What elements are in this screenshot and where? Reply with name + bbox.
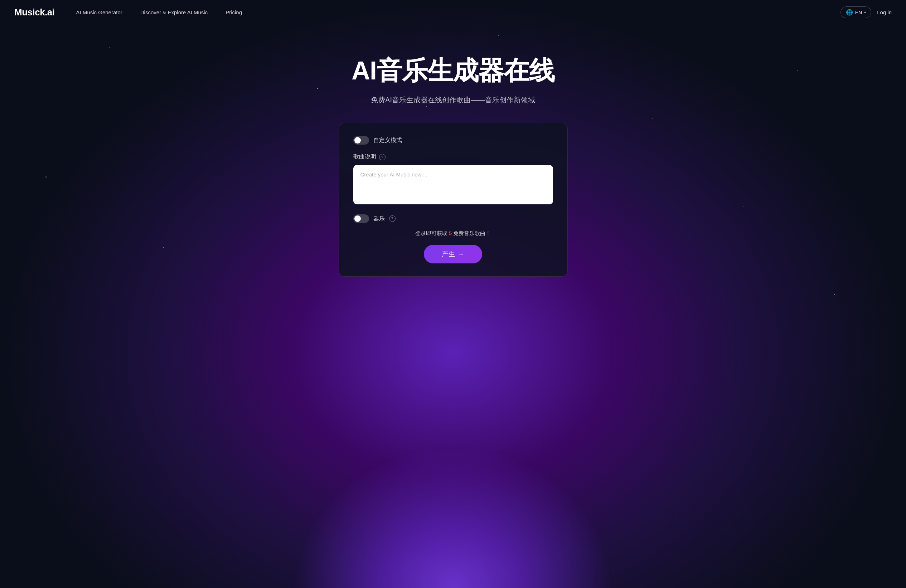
hero-title: AI音乐生成器在线	[351, 54, 555, 88]
generator-card: 自定义模式 歌曲说明 ? 器乐 ? 登录即可获取 5 免费音乐歌曲！ 产生 →	[339, 123, 568, 277]
navbar: Musick.ai AI Music Generator Discover & …	[0, 0, 906, 25]
brand-logo[interactable]: Musick.ai	[14, 7, 55, 18]
custom-mode-toggle[interactable]	[353, 136, 369, 145]
nav-link-pricing[interactable]: Pricing	[225, 9, 242, 15]
bg-glow	[292, 445, 614, 588]
nav-links: AI Music Generator Discover & Explore AI…	[76, 9, 841, 15]
instrumental-toggle[interactable]	[353, 214, 369, 223]
lang-label: EN	[855, 10, 862, 15]
globe-icon: 🌐	[846, 9, 853, 16]
login-notice-suffix: 免费音乐歌曲！	[453, 230, 491, 236]
generate-button[interactable]: 产生 →	[424, 245, 482, 263]
login-notice-prefix: 登录即可获取	[415, 230, 447, 236]
login-button[interactable]: Log in	[877, 9, 892, 15]
login-notice: 登录即可获取 5 免费音乐歌曲！	[353, 230, 553, 237]
instrumental-label: 器乐	[373, 215, 385, 223]
hero-subtitle: 免费AI音乐生成器在线创作歌曲——音乐创作新领域	[371, 95, 535, 105]
nav-right: 🌐 EN ▾ Log in	[841, 6, 892, 18]
song-desc-label-row: 歌曲说明 ?	[353, 153, 553, 161]
login-notice-count: 5	[449, 230, 452, 236]
instrumental-row: 器乐 ?	[353, 214, 553, 223]
custom-mode-row: 自定义模式	[353, 136, 553, 145]
song-desc-help-icon[interactable]: ?	[379, 154, 386, 160]
language-button[interactable]: 🌐 EN ▾	[841, 6, 871, 18]
chevron-down-icon: ▾	[864, 10, 866, 14]
instrumental-help-icon[interactable]: ?	[389, 215, 396, 222]
main-content: AI音乐生成器在线 免费AI音乐生成器在线创作歌曲——音乐创作新领域 自定义模式…	[0, 25, 906, 277]
custom-mode-label: 自定义模式	[373, 137, 402, 144]
nav-link-discover[interactable]: Discover & Explore AI Music	[140, 9, 207, 15]
music-description-input[interactable]	[353, 165, 553, 204]
nav-link-ai-music-generator[interactable]: AI Music Generator	[76, 9, 123, 15]
song-desc-label: 歌曲说明	[353, 153, 376, 161]
